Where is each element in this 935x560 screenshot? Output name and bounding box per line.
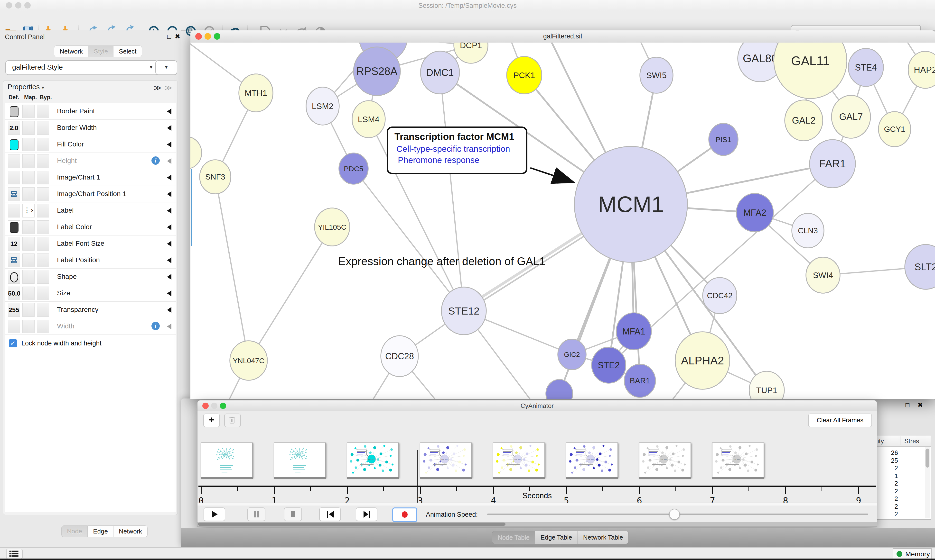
expand-property-icon[interactable] [167,224,171,230]
table-cell-value[interactable]: 25 [876,457,898,465]
network-node-mfa2[interactable]: MFA2 [736,194,773,232]
expand-property-icon[interactable] [167,125,171,131]
bypass-cell[interactable] [37,286,49,300]
network-edge[interactable] [215,177,248,360]
mapping-cell[interactable] [22,303,35,317]
network-node-pck1[interactable]: PCK1 [507,57,542,94]
bypass-cell[interactable] [37,237,49,251]
network-node-dmc1[interactable]: DMC1 [421,51,460,94]
network-node-ynl047c[interactable]: YNL047C [230,341,267,380]
close-panel-icon[interactable]: ✖ [174,33,181,40]
network-node-ste12[interactable]: STE12 [441,287,486,335]
network-node-yil105c[interactable]: YIL105C [315,208,350,246]
mapping-cell[interactable] [22,187,35,201]
network-node-cln3[interactable]: CLN3 [792,213,824,248]
table-cell-value[interactable]: 2 [876,503,898,510]
property-row[interactable]: Widthi [5,318,176,335]
network-node-unlabeled[interactable] [546,380,573,399]
style-dropdown[interactable]: galFiltered Style ▾ [5,60,158,75]
default-value-cell[interactable]: 50.0 [8,286,20,300]
network-node-mcm1[interactable]: MCM1 [574,146,687,262]
expand-property-icon[interactable] [167,323,171,329]
network-node-mfa1[interactable]: MFA1 [616,313,651,350]
timeline-frame-5[interactable]: MCM1 [566,443,618,477]
mapping-cell[interactable] [22,121,35,135]
mapping-cell[interactable] [22,270,35,284]
default-value-cell[interactable]: 12 [8,237,20,251]
bypass-cell[interactable] [37,220,49,234]
expand-all-icon[interactable]: ≫ [154,83,161,92]
network-edge[interactable] [440,72,464,311]
default-value-cell[interactable] [8,220,20,234]
mapping-cell[interactable] [22,171,35,185]
network-node-tup1[interactable]: TUP1 [749,371,784,399]
default-value-cell[interactable] [8,138,20,151]
table-cell-value[interactable]: 2 [876,465,898,472]
default-value-cell[interactable] [8,254,20,267]
timeline-playhead[interactable] [417,450,418,503]
property-row[interactable]: Image/Chart Position 1 [5,186,176,202]
annotation-link-1[interactable]: Cell-type-specific transcription [397,144,510,154]
mapping-cell[interactable]: ⋮› [22,204,35,217]
network-node-alpha2[interactable]: ALPHA2 [675,332,730,389]
network-node-gic2[interactable]: GIC2 [558,339,586,370]
table-cell-value[interactable]: 2 [876,480,898,487]
expand-property-icon[interactable] [167,175,171,180]
network-node-swi5[interactable]: SWI5 [640,57,673,93]
timeline[interactable]: Seconds 0123456789MCM1MCM1MCM1MCM1MCM1MC… [197,429,877,503]
expand-property-icon[interactable] [167,208,171,214]
tab-network-bottom[interactable]: Network [113,525,148,537]
info-icon[interactable]: i [151,322,160,330]
info-icon[interactable]: i [151,157,160,165]
network-node-rps28a[interactable]: RPS28A [353,47,400,95]
network-node-gal7[interactable]: GAL7 [832,95,870,138]
mapping-cell[interactable] [22,138,35,151]
network-node-cdc42[interactable]: CDC42 [703,278,737,314]
add-frame-button[interactable]: + [203,414,220,427]
timeline-frame-3[interactable]: MCM1 [420,443,472,477]
record-button[interactable] [392,508,417,522]
table-cell-value[interactable]: 26 [876,449,898,457]
tab-edge-table[interactable]: Edge Table [535,531,578,544]
task-history-button[interactable] [6,549,23,559]
timeline-scrollbar-thumb[interactable] [198,523,506,526]
table-scrollbar[interactable] [925,447,930,518]
timeline-frame-6[interactable]: MCM1 [639,443,691,477]
network-node-pis1[interactable]: PIS1 [709,123,738,155]
network-node-mth1[interactable]: MTH1 [239,74,273,112]
default-value-cell[interactable]: 2.0 [8,121,20,135]
property-row[interactable]: 50.0Size [5,285,176,302]
network-canvas[interactable]: RPS28BDCP1RPS28ADMC1PCK1SWI5GAL80GAL11ST… [190,43,935,399]
mapping-cell[interactable] [22,254,35,267]
collapse-all-icon[interactable]: ≫ [165,83,172,92]
skip-to-start-button[interactable] [319,508,341,521]
network-node-gal2[interactable]: GAL2 [785,100,823,141]
float-panel-icon[interactable]: □ [904,402,911,409]
bypass-cell[interactable] [37,154,49,168]
bypass-cell[interactable] [37,320,49,333]
mapping-cell[interactable] [22,105,35,118]
stop-button[interactable] [284,508,302,521]
default-value-cell[interactable] [8,171,20,185]
property-row[interactable]: Label Color [5,219,176,235]
expand-property-icon[interactable] [167,257,171,263]
network-node-pdc5[interactable]: PDC5 [339,153,368,184]
table-cell-value[interactable]: 1 [876,472,898,480]
property-row[interactable]: Border Paint [5,103,176,120]
expand-property-icon[interactable] [167,307,171,313]
delete-frame-button[interactable] [224,414,241,427]
network-node-ste2[interactable]: STE2 [592,347,626,383]
default-value-cell[interactable] [8,154,20,168]
style-options-button[interactable]: ▾ [155,60,177,75]
network-node-snf3[interactable]: SNF3 [200,160,231,194]
bypass-cell[interactable] [37,121,49,135]
close-panel-icon[interactable]: ✖ [916,402,924,409]
annotation-box[interactable]: Transcription factor MCM1 Cell-type-spec… [387,126,528,174]
property-row[interactable]: Label Position [5,252,176,269]
animation-speed-thumb[interactable] [669,509,680,520]
mapping-cell[interactable] [22,237,35,251]
bypass-cell[interactable] [37,187,49,201]
cyanimator-titlebar[interactable]: CyAnimator [197,400,877,411]
mapping-cell[interactable] [22,220,35,234]
network-node-gcy1[interactable]: GCY1 [878,112,911,147]
